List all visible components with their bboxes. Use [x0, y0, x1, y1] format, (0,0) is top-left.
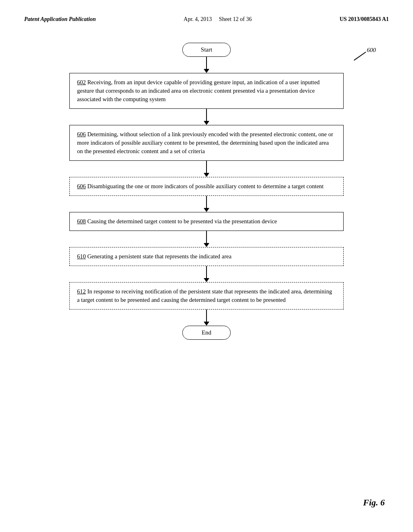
- step-608-num: 608: [77, 218, 86, 224]
- step-602-num: 602: [77, 79, 86, 85]
- arrow-2: [204, 109, 209, 125]
- figure-label: Fig. 6: [363, 497, 385, 508]
- step-610-text: Generating a persistent state that repre…: [87, 253, 232, 260]
- arrow-head: [204, 208, 209, 212]
- start-oval: Start: [182, 43, 231, 57]
- arrow-line: [206, 310, 207, 322]
- arrow-line: [206, 196, 207, 208]
- arrow-head: [204, 121, 209, 125]
- step-608-text: Causing the determined target content to…: [87, 218, 277, 224]
- arrow-line: [206, 161, 207, 173]
- arrow-head: [204, 243, 209, 247]
- arrow-3: [204, 161, 209, 177]
- step-612-num: 612: [77, 288, 86, 295]
- step-610-num: 610: [77, 253, 86, 260]
- arrow-1: [204, 57, 209, 73]
- ref-number: 600: [367, 47, 376, 54]
- step-602-text: Receiving, from an input device capable …: [77, 79, 320, 102]
- arrow-head: [204, 322, 209, 326]
- step-612-box: 612 In response to receiving notificatio…: [69, 282, 344, 310]
- arrow-line: [206, 109, 207, 121]
- end-oval: End: [182, 326, 231, 340]
- ref-line: [354, 52, 366, 60]
- step-610-box: 610 Generating a persistent state that r…: [69, 247, 344, 266]
- arrow-line: [206, 231, 207, 243]
- header-date: Apr. 4, 2013: [184, 16, 212, 22]
- arrow-head: [204, 278, 209, 282]
- end-label: End: [202, 329, 211, 336]
- header-sheet: Sheet 12 of 36: [219, 16, 252, 22]
- step-606b-box: 606 Disambiguating the one or more indic…: [69, 177, 344, 196]
- flowchart: 600 Start 602 Receiving, from an input d…: [24, 43, 389, 340]
- header-publication-label: Patent Application Publication: [24, 16, 96, 23]
- step-608-box: 608 Causing the determined target conten…: [69, 212, 344, 231]
- header-date-sheet: Apr. 4, 2013 Sheet 12 of 36: [184, 16, 252, 23]
- arrow-head: [204, 69, 209, 73]
- step-612-text: In response to receiving notification of…: [77, 288, 332, 303]
- step-606a-text: Determining, without selection of a link…: [77, 131, 333, 154]
- arrow-head: [204, 173, 209, 177]
- step-602-box: 602 Receiving, from an input device capa…: [69, 73, 344, 109]
- page-header: Patent Application Publication Apr. 4, 2…: [24, 16, 389, 23]
- start-label: Start: [201, 46, 212, 53]
- arrow-line: [206, 57, 207, 69]
- page: Patent Application Publication Apr. 4, 2…: [0, 0, 413, 532]
- step-606a-num: 606: [77, 131, 86, 137]
- arrow-5: [204, 231, 209, 247]
- step-606b-num: 606: [77, 183, 86, 189]
- arrow-6: [204, 266, 209, 282]
- step-606b-text: Disambiguating the one or more indicator…: [87, 183, 323, 189]
- step-606a-box: 606 Determining, without selection of a …: [69, 125, 344, 161]
- arrow-4: [204, 196, 209, 212]
- header-patent-number: US 2013/0085843 A1: [340, 16, 389, 23]
- arrow-7: [204, 310, 209, 326]
- arrow-line: [206, 266, 207, 278]
